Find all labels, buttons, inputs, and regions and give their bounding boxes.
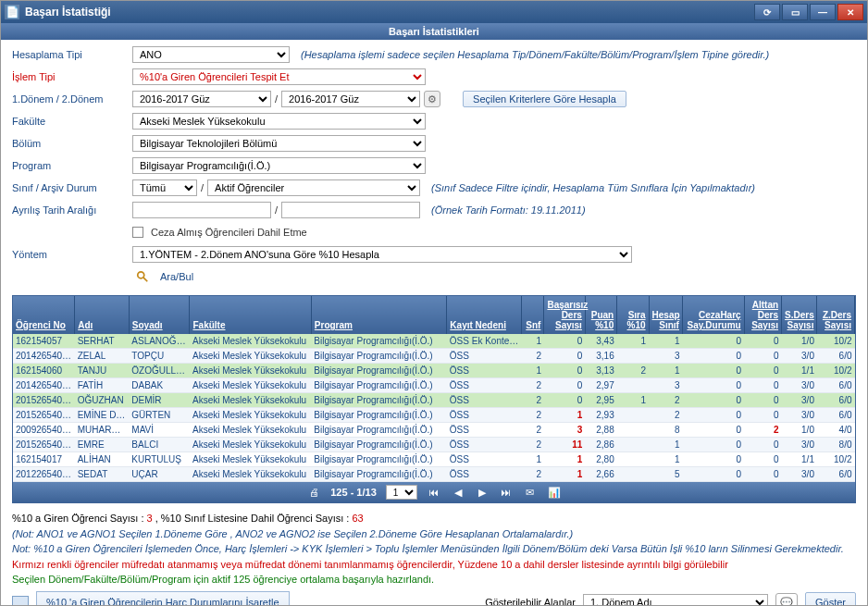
checkbox-ceza[interactable]	[132, 227, 143, 238]
select-program[interactable]: Bilgisayar Programcılığı(İ.Ö.)	[132, 157, 426, 174]
pager-next-icon[interactable]: ▶	[475, 485, 490, 500]
table-cell: 6/0	[817, 467, 855, 482]
minimize-button[interactable]: —	[810, 4, 836, 20]
select-yontem[interactable]: 1.YÖNTEM - 2.Dönem ANO'suna Göre %10 Hes…	[132, 246, 632, 263]
col-header[interactable]: Başarısız Ders Sayısı	[544, 296, 585, 334]
label-bolum: Bölüm	[12, 138, 132, 149]
table-row[interactable]: 20152654009EMİNE DUDUGÜRTENAkseki Meslek…	[13, 408, 855, 423]
input-tarih1[interactable]	[132, 202, 271, 218]
select-goster-alanlar[interactable]: 1. Dönem Adı	[583, 594, 768, 605]
table-cell: 1	[649, 438, 682, 452]
table-cell: BALCI	[129, 438, 190, 452]
table-cell: 10/2	[817, 334, 855, 349]
table-cell: Akseki Meslek Yüksekokulu	[190, 408, 311, 423]
table-cell	[617, 349, 649, 364]
results-table: Öğrenci NoAdıSoyadıFakülteProgramKayıt N…	[12, 295, 856, 503]
table-cell: 5	[649, 467, 682, 482]
footer-controls: %10 'a Giren Öğrencilerin Harç Durumları…	[12, 591, 856, 606]
pager-last-icon[interactable]: ⏭	[499, 485, 514, 500]
print-icon[interactable]: 🖨	[306, 485, 321, 500]
table-cell: 0	[744, 452, 781, 467]
close-button[interactable]: ✕	[837, 4, 863, 20]
table-cell: 0	[544, 334, 585, 349]
input-tarih2[interactable]	[281, 202, 420, 218]
col-header[interactable]: Öğrenci No	[13, 296, 75, 334]
hesapla-button[interactable]: Seçilen Kriterlere Göre Hesapla	[463, 91, 626, 107]
pager-page-select[interactable]: 1	[386, 485, 417, 500]
select-sinif[interactable]: Tümü	[132, 179, 197, 196]
table-row[interactable]: 162154017ALİHANKURTULUŞAkseki Meslek Yük…	[13, 452, 855, 467]
select-arsiv[interactable]: Aktif Öğrenciler	[207, 179, 420, 196]
window-buttons: ⟳ ▭ — ✕	[754, 4, 863, 20]
svg-point-0	[138, 272, 144, 278]
table-cell: Akseki Meslek Yüksekokulu	[190, 334, 311, 349]
col-header[interactable]: Soyadı	[129, 296, 190, 334]
table-cell: 2,93	[585, 408, 616, 423]
col-header[interactable]: Kayıt Nedeni	[447, 296, 522, 334]
col-header[interactable]: Snf	[522, 296, 544, 334]
table-cell: 1	[649, 364, 682, 378]
restore-button[interactable]: ▭	[782, 4, 808, 20]
table-cell: 20152654009	[13, 408, 75, 423]
select-donem1[interactable]: 2016-2017 Güz	[132, 91, 271, 107]
table-cell: 0	[682, 452, 744, 467]
col-header[interactable]: Program	[311, 296, 447, 334]
table-cell: ÖSS	[447, 378, 522, 393]
col-header[interactable]: Sıra %10	[617, 296, 649, 334]
table-row[interactable]: 20122654038SEDATUÇARAkseki Meslek Yüksek…	[13, 467, 855, 482]
table-cell: 1	[544, 452, 585, 467]
table-cell: 162154017	[13, 452, 75, 467]
table-cell: 0	[682, 393, 744, 408]
col-header[interactable]: Hesap Sınıf	[649, 296, 682, 334]
table-cell: MAVİ	[129, 423, 190, 438]
select-bolum[interactable]: Bilgisayar Teknolojileri Bölümü	[132, 135, 426, 152]
table-cell: 3,16	[585, 349, 616, 364]
table-row[interactable]: 20152654002EMREBALCIAkseki Meslek Yüksek…	[13, 438, 855, 452]
search-icon[interactable]	[132, 268, 153, 285]
select-fakulte[interactable]: Akseki Meslek Yüksekokulu	[132, 113, 426, 130]
select-donem2[interactable]: 2016-2017 Güz	[281, 91, 420, 107]
col-header[interactable]: S.Ders Sayısı	[782, 296, 817, 334]
table-cell: 3/0	[782, 438, 817, 452]
col-header[interactable]: CezaHarç Say.Durumu	[682, 296, 744, 334]
table-cell: Bilgisayar Programcılığı(İ.Ö.)	[311, 438, 447, 452]
table-cell: 0	[544, 364, 585, 378]
footer: %10 a Giren Öğrenci Sayısı : 3 , %10 Sın…	[1, 503, 867, 605]
col-header[interactable]: Fakülte	[190, 296, 311, 334]
col-header[interactable]: Z.Ders Sayısı	[817, 296, 855, 334]
col-header[interactable]: Alttan Ders Sayısı	[744, 296, 781, 334]
table-cell: 0	[544, 393, 585, 408]
table-row[interactable]: 20092654034MUHARREMMAVİAkseki Meslek Yük…	[13, 423, 855, 438]
isaretle-button[interactable]: %10 'a Giren Öğrencilerin Harç Durumları…	[36, 591, 290, 606]
table-row[interactable]: 20152654045OĞUZHANDEMİRAkseki Meslek Yük…	[13, 393, 855, 408]
label-fakulte: Fakülte	[12, 116, 132, 127]
arabul-button[interactable]: Ara/Bul	[156, 271, 197, 282]
pager-prev-icon[interactable]: ◀	[451, 485, 465, 500]
table-cell: 1/1	[782, 364, 817, 378]
table-cell: 20142654023	[13, 378, 75, 393]
table-cell: TOPÇU	[129, 349, 190, 364]
table-cell: 162154057	[13, 334, 75, 349]
gear-icon[interactable]: ⚙	[424, 91, 440, 107]
label-hesap-tipi: Hesaplama Tipi	[12, 49, 132, 60]
export-icon[interactable]: 📊	[547, 485, 562, 500]
pager-first-icon[interactable]: ⏮	[427, 485, 441, 500]
table-cell: 10/2	[817, 452, 855, 467]
table-cell: ASLANOĞLU	[129, 334, 190, 349]
col-header[interactable]: Puan %10	[585, 296, 616, 334]
table-cell: ÖSS	[447, 349, 522, 364]
refresh-button[interactable]: ⟳	[754, 4, 780, 20]
mail-icon[interactable]: ✉	[523, 485, 538, 500]
speech-icon[interactable]: 💬	[775, 593, 798, 606]
table-cell: KURTULUŞ	[129, 452, 190, 467]
table-row[interactable]: 162154057SERHATASLANOĞLUAkseki Meslek Yü…	[13, 334, 855, 349]
col-header[interactable]: Adı	[75, 296, 130, 334]
table-row[interactable]: 20142654039ZELALTOPÇUAkseki Meslek Yükse…	[13, 349, 855, 364]
goster-button[interactable]: Göster	[805, 592, 856, 606]
select-islem-tipi[interactable]: %10'a Giren Öğrencileri Tespit Et	[132, 68, 426, 85]
table-row[interactable]: 20142654023FATİHDABAKAkseki Meslek Yükse…	[13, 378, 855, 393]
table-cell: 3	[649, 378, 682, 393]
table-cell: 1/0	[782, 334, 817, 349]
table-row[interactable]: 162154060TANJUÖZOĞULLARIAkseki Meslek Yü…	[13, 364, 855, 378]
select-hesap-tipi[interactable]: ANO	[132, 46, 290, 63]
